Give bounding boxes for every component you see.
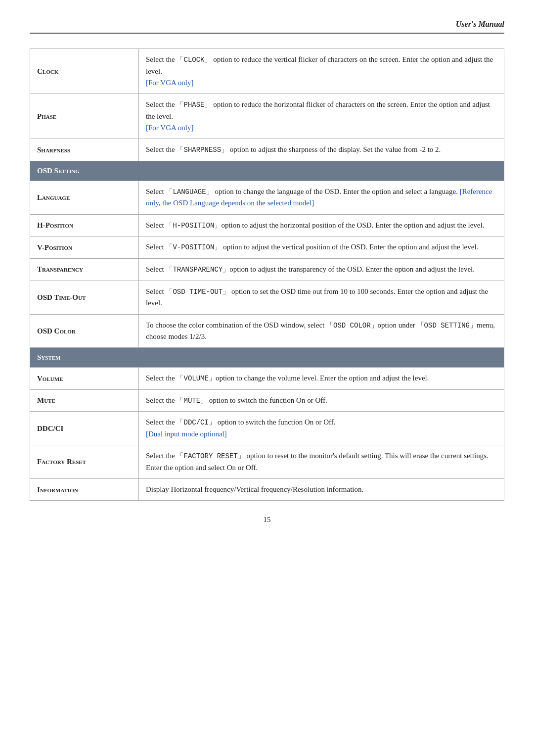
table-row: PhaseSelect the 「PHASE」 option to reduce… [30,94,504,139]
item-label: Language [30,181,139,214]
item-description: Select the 「VOLUME」option to change the … [139,367,504,389]
table-row: InformationDisplay Horizontal frequency/… [30,479,504,501]
item-description: To choose the color combination of the O… [139,314,504,348]
table-row: OSD ColorTo choose the color combination… [30,314,504,348]
section-row: OSD Setting [30,161,504,181]
section-row: System [30,348,504,368]
item-label: Transparency [30,258,139,281]
table-row: H-PositionSelect 「H-POSITION」option to a… [30,214,504,236]
item-description: Display Horizontal frequency/Vertical fr… [139,479,504,501]
item-description: Select 「H-POSITION」option to adjust the … [139,214,504,236]
item-description: Select the 「MUTE」 option to switch the f… [139,389,504,412]
table-row: Factory ResetSelect the 「FACTORY RESET」 … [30,445,504,479]
item-description: Select the 「CLOCK」 option to reduce the … [139,49,504,94]
item-description: Select 「TRANSPARENCY」option to adjust th… [139,258,504,281]
table-row: SharpnessSelect the 「SHARPNESS」 option t… [30,139,504,161]
item-description: Select the 「PHASE」 option to reduce the … [139,94,504,139]
item-label: V-Position [30,236,139,259]
item-label: Information [30,479,139,501]
item-description: Select 「V-POSITION」 option to adjust the… [139,236,504,259]
item-description: Select the 「SHARPNESS」 option to adjust … [139,139,504,161]
section-label: System [30,348,504,368]
item-label: Phase [30,94,139,139]
item-label: Factory Reset [30,445,139,479]
item-description: Select the 「DDC/CI」 option to switch the… [139,412,504,445]
table-row: LanguageSelect 「LANGUAGE」 option to chan… [30,181,504,214]
page-header: User's Manual [30,20,504,34]
item-label: DDC/CI [30,412,139,445]
item-label: Clock [30,49,139,94]
table-row: MuteSelect the 「MUTE」 option to switch t… [30,389,504,412]
item-label: OSD Time-Out [30,281,139,314]
page-number: 15 [30,516,504,524]
item-label: Volume [30,367,139,389]
settings-table: ClockSelect the 「CLOCK」 option to reduce… [30,48,504,501]
item-label: Sharpness [30,139,139,161]
table-row: ClockSelect the 「CLOCK」 option to reduce… [30,49,504,94]
item-description: Select 「LANGUAGE」 option to change the l… [139,181,504,214]
item-description: Select 「OSD TIME-OUT」 option to set the … [139,281,504,314]
table-row: TransparencySelect 「TRANSPARENCY」option … [30,258,504,281]
manual-title: User's Manual [456,20,504,29]
item-label: H-Position [30,214,139,236]
table-row: V-PositionSelect 「V-POSITION」 option to … [30,236,504,259]
section-label: OSD Setting [30,161,504,181]
table-row: OSD Time-OutSelect 「OSD TIME-OUT」 option… [30,281,504,314]
item-description: Select the 「FACTORY RESET」 option to res… [139,445,504,479]
item-label: OSD Color [30,314,139,348]
table-row: DDC/CISelect the 「DDC/CI」 option to swit… [30,412,504,445]
item-label: Mute [30,389,139,412]
table-row: VolumeSelect the 「VOLUME」option to chang… [30,367,504,389]
